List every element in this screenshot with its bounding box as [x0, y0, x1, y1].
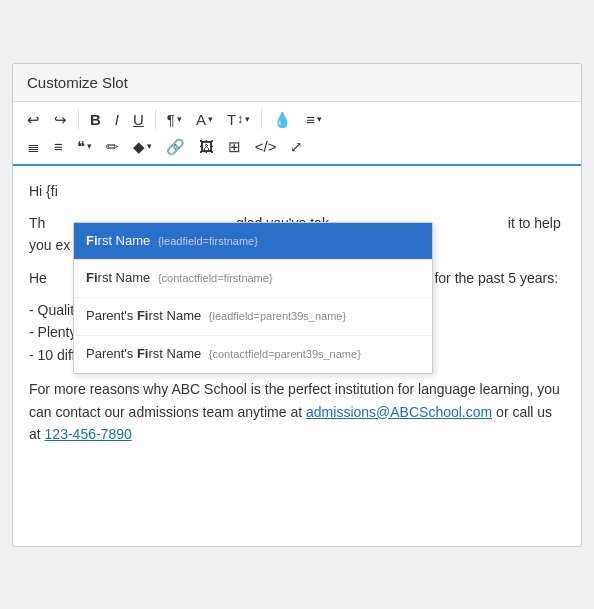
dropdown-item-4-prefix: Parent's [86, 346, 137, 361]
italic-button[interactable]: I [109, 108, 125, 131]
dropdown-item-4-rest: rst Name [148, 346, 201, 361]
fullscreen-button[interactable]: ⤢ [284, 135, 309, 158]
editor-content: Hi {fi First Name {leadfield=firstname} … [29, 180, 565, 446]
dropdown-item-2[interactable]: First Name {contactfield=firstname} [74, 260, 432, 298]
dropdown-item-1-highlight: Fi [86, 233, 98, 248]
toolbar-row-2: ≣ ≡ ❝▾ ✏ ◆▾ 🔗 🖼 ⊞ </> ⤢ [21, 135, 573, 158]
dropdown-item-1[interactable]: First Name {leadfield=firstname} [74, 223, 432, 261]
contact-paragraph: For more reasons why ABC School is the p… [29, 378, 565, 445]
dropdown-item-2-rest: rst Name [98, 270, 151, 285]
format-brush-button[interactable]: ✏ [100, 135, 125, 158]
phone-link[interactable]: 123-456-7890 [45, 426, 132, 442]
unordered-list-button[interactable]: ≡ [48, 135, 69, 158]
greeting-line: Hi {fi [29, 180, 565, 202]
dropdown-item-3[interactable]: Parent's First Name {leadfield=parent39s… [74, 298, 432, 336]
code-button[interactable]: </> [249, 135, 283, 158]
dropdown-item-3-code: {leadfield=parent39s_name} [209, 310, 346, 322]
align-button[interactable]: ≡▾ [300, 108, 328, 131]
customize-slot-panel: Customize Slot ↩ ↪ B I U ¶▾ A▾ T↕▾ 💧 ≡▾ … [12, 63, 582, 547]
special-chars-button[interactable]: ◆▾ [127, 135, 158, 158]
toolbar-row-1: ↩ ↪ B I U ¶▾ A▾ T↕▾ 💧 ≡▾ [21, 108, 573, 131]
underline-button[interactable]: U [127, 108, 150, 131]
dropdown-item-1-rest: rst Name [98, 233, 151, 248]
autocomplete-dropdown: First Name {leadfield=firstname} First N… [73, 222, 433, 374]
blockquote-button[interactable]: ❝▾ [71, 135, 98, 158]
font-size-button[interactable]: T↕▾ [221, 108, 256, 131]
toolbar-separator-3 [261, 109, 262, 129]
paragraph-button[interactable]: ¶▾ [161, 108, 188, 131]
panel-title: Customize Slot [13, 64, 581, 102]
editor-toolbar: ↩ ↪ B I U ¶▾ A▾ T↕▾ 💧 ≡▾ ≣ ≡ ❝▾ ✏ ◆▾ 🔗 🖼… [13, 102, 581, 166]
dropdown-item-4-highlight: Fi [137, 346, 149, 361]
redo-button[interactable]: ↪ [48, 108, 73, 131]
toolbar-separator-2 [155, 109, 156, 129]
toolbar-separator-1 [78, 109, 79, 129]
dropdown-item-3-prefix: Parent's [86, 308, 137, 323]
ordered-list-button[interactable]: ≣ [21, 135, 46, 158]
dropdown-item-1-code: {leadfield=firstname} [158, 235, 258, 247]
undo-button[interactable]: ↩ [21, 108, 46, 131]
dropdown-item-2-highlight: Fi [86, 270, 98, 285]
email-link[interactable]: admissions@ABCSchool.com [306, 404, 492, 420]
table-button[interactable]: ⊞ [222, 135, 247, 158]
font-color-button[interactable]: A▾ [190, 108, 219, 131]
image-button[interactable]: 🖼 [193, 135, 220, 158]
link-button[interactable]: 🔗 [160, 135, 191, 158]
dropdown-item-3-rest: rst Name [148, 308, 201, 323]
dropdown-item-4-code: {contactfield=parent39s_name} [209, 348, 361, 360]
editor-area[interactable]: Hi {fi First Name {leadfield=firstname} … [13, 166, 581, 546]
bold-button[interactable]: B [84, 108, 107, 131]
dropdown-item-4[interactable]: Parent's First Name {contactfield=parent… [74, 336, 432, 373]
highlight-color-button[interactable]: 💧 [267, 108, 298, 131]
dropdown-item-2-code: {contactfield=firstname} [158, 272, 273, 284]
dropdown-item-3-highlight: Fi [137, 308, 149, 323]
